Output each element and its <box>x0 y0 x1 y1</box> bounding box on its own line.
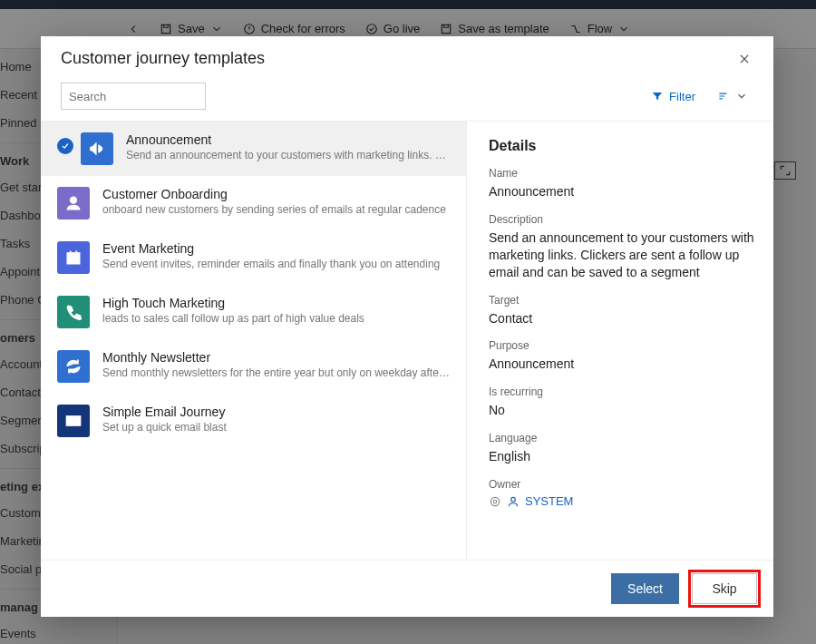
sort-button[interactable] <box>712 86 753 106</box>
template-text: Event Marketing Send event invites, remi… <box>102 241 450 270</box>
template-item[interactable]: Announcement Send an announcement to you… <box>41 122 466 176</box>
label-name: Name <box>489 167 755 180</box>
owner-row[interactable]: SYSTEM <box>489 494 755 508</box>
close-button[interactable] <box>735 50 753 68</box>
template-desc: Set up a quick email blast <box>102 421 450 434</box>
template-item[interactable]: Customer Onboarding onboard new customer… <box>41 176 466 230</box>
chevron-down-icon <box>735 90 748 102</box>
details-pane: Details Name Announcement Description Se… <box>467 122 773 560</box>
template-text: High Touch Marketing leads to sales call… <box>102 296 450 325</box>
svg-point-5 <box>71 197 77 203</box>
svg-point-8 <box>491 497 499 505</box>
person-icon <box>507 495 520 508</box>
value-purpose: Announcement <box>489 356 755 373</box>
close-icon <box>738 53 751 65</box>
skip-button[interactable]: Skip <box>692 573 757 604</box>
phone-icon <box>57 296 90 328</box>
person-icon <box>57 187 90 220</box>
templates-dialog: Customer journey templates Filter Announ… <box>41 36 773 617</box>
template-desc: Send event invites, reminder emails and … <box>102 258 450 270</box>
template-title: High Touch Marketing <box>102 296 450 310</box>
template-title: Announcement <box>126 132 450 147</box>
template-text: Announcement Send an announcement to you… <box>126 132 450 161</box>
megaphone-icon <box>81 132 113 165</box>
svg-rect-6 <box>67 253 79 264</box>
template-item[interactable]: Simple Email Journey Set up a quick emai… <box>41 394 466 448</box>
sort-icon <box>717 90 730 102</box>
filter-label: Filter <box>669 90 695 103</box>
template-title: Customer Onboarding <box>102 187 450 201</box>
template-text: Simple Email Journey Set up a quick emai… <box>102 405 450 434</box>
svg-point-10 <box>511 497 516 502</box>
label-target: Target <box>489 294 755 307</box>
template-text: Customer Onboarding onboard new customer… <box>102 187 450 216</box>
filter-button[interactable]: Filter <box>646 86 701 107</box>
template-desc: leads to sales call follow up as part of… <box>102 312 450 325</box>
target-icon <box>489 495 501 508</box>
label-purpose: Purpose <box>489 339 755 352</box>
refresh-icon <box>57 350 90 383</box>
template-desc: Send an announcement to your customers w… <box>126 149 450 161</box>
owner-name: SYSTEM <box>525 494 573 508</box>
search-box[interactable] <box>61 83 206 110</box>
value-recurring: No <box>489 402 755 419</box>
label-language: Language <box>489 432 755 444</box>
value-description: Send an announcement to your customers w… <box>489 229 755 281</box>
template-desc: Send monthly newsletters for the entire … <box>102 366 450 379</box>
dialog-body: Announcement Send an announcement to you… <box>41 121 773 560</box>
value-language: English <box>489 448 755 465</box>
template-title: Simple Email Journey <box>102 405 450 419</box>
template-desc: onboard new customers by sending series … <box>102 203 450 216</box>
calendar-icon <box>57 241 90 274</box>
template-list: Announcement Send an announcement to you… <box>41 122 467 560</box>
template-text: Monthly Newsletter Send monthly newslett… <box>102 350 450 379</box>
value-name: Announcement <box>489 183 755 200</box>
dialog-toolbar: Filter <box>41 73 773 121</box>
template-item[interactable]: Event Marketing Send event invites, remi… <box>41 230 466 285</box>
label-description: Description <box>489 213 755 226</box>
template-item[interactable]: Monthly Newsletter Send monthly newslett… <box>41 339 466 394</box>
mail-icon <box>57 405 90 437</box>
dialog-footer: Select Skip <box>41 560 773 617</box>
template-item[interactable]: High Touch Marketing leads to sales call… <box>41 285 466 339</box>
svg-point-9 <box>493 500 497 503</box>
value-target: Contact <box>489 310 755 327</box>
selected-check-icon <box>57 138 73 154</box>
label-recurring: Is recurring <box>489 385 755 398</box>
template-title: Event Marketing <box>102 241 450 256</box>
dialog-header: Customer journey templates <box>41 36 773 73</box>
template-title: Monthly Newsletter <box>102 350 450 365</box>
details-heading: Details <box>489 138 755 154</box>
search-input[interactable] <box>69 90 221 103</box>
dialog-title: Customer journey templates <box>61 49 265 68</box>
label-owner: Owner <box>489 478 755 491</box>
select-button[interactable]: Select <box>611 573 679 604</box>
filter-icon <box>651 90 664 102</box>
